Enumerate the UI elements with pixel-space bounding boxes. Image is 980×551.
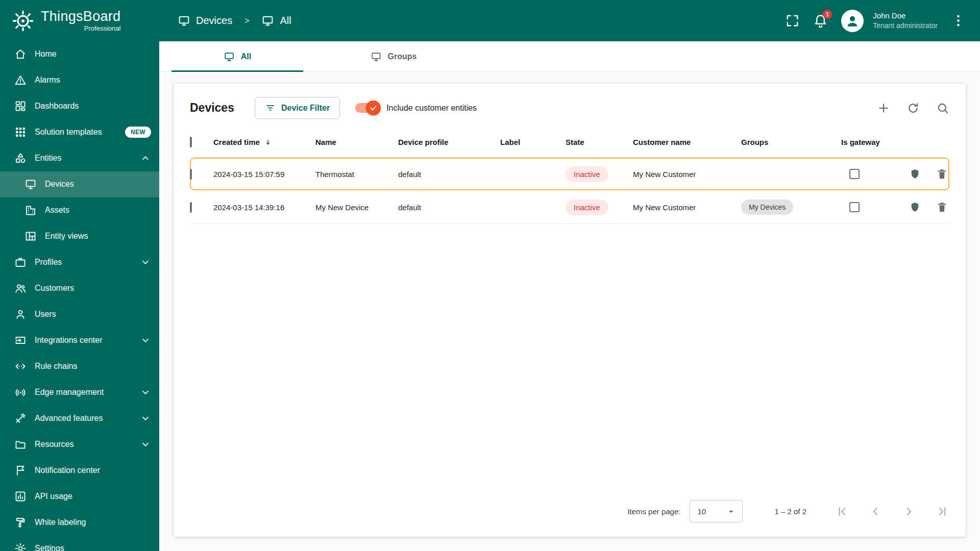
sidebar-item-rule-chains[interactable]: Rule chains bbox=[0, 354, 159, 380]
column-header-is-gateway[interactable]: Is gateway bbox=[841, 138, 909, 146]
first-page-button[interactable] bbox=[836, 505, 849, 518]
sidebar-item-solution-templates[interactable]: Solution templates NEW bbox=[0, 119, 159, 145]
trash-icon bbox=[936, 201, 948, 214]
devices-table: Created time Name Device profile Label S… bbox=[174, 127, 966, 224]
chevron-down-icon bbox=[140, 335, 151, 346]
sidebar-item-entity-views[interactable]: Entity views bbox=[0, 223, 159, 249]
brand-edition: Professional bbox=[84, 24, 121, 32]
sidebar-item-settings[interactable]: Settings bbox=[0, 536, 159, 551]
profiles-icon bbox=[14, 256, 27, 268]
sidebar-item-integrations-center[interactable]: Integrations center bbox=[0, 328, 159, 354]
sidebar-item-users[interactable]: Users bbox=[0, 302, 159, 328]
new-badge: NEW bbox=[125, 127, 151, 138]
items-per-page-select[interactable]: 10 bbox=[690, 500, 743, 522]
cell-customer-name: My New Customer bbox=[633, 203, 741, 212]
row-checkbox[interactable] bbox=[190, 169, 192, 180]
sidebar-item-notification-center[interactable]: Notification center bbox=[0, 458, 159, 484]
sidebar-item-home[interactable]: Home bbox=[0, 41, 159, 67]
sidebar-item-advanced-features[interactable]: Advanced features bbox=[0, 406, 159, 432]
chevron-left-icon bbox=[869, 505, 882, 518]
customers-icon bbox=[14, 282, 27, 294]
tab-all[interactable]: All bbox=[159, 41, 315, 72]
devices-icon bbox=[24, 178, 37, 190]
security-button[interactable] bbox=[909, 168, 921, 181]
chevron-down-icon bbox=[726, 507, 736, 516]
sidebar-item-profiles[interactable]: Profiles bbox=[0, 249, 159, 276]
sidebar-item-dashboards[interactable]: Dashboards bbox=[0, 93, 159, 119]
last-page-button[interactable] bbox=[936, 505, 948, 518]
devices-card: Devices Device Filter Include customer e… bbox=[174, 84, 966, 537]
last-page-icon bbox=[936, 505, 948, 518]
is-gateway-checkbox[interactable] bbox=[849, 169, 860, 179]
sidebar-item-resources[interactable]: Resources bbox=[0, 432, 159, 458]
resources-icon bbox=[14, 438, 27, 450]
column-header-device-profile[interactable]: Device profile bbox=[398, 138, 500, 146]
table-row[interactable]: 2024-03-15 15:07:59 Thermostat default I… bbox=[190, 158, 949, 191]
solution-templates-icon bbox=[14, 126, 27, 138]
fullscreen-button[interactable] bbox=[785, 13, 800, 28]
shield-icon bbox=[909, 201, 921, 214]
devices-icon bbox=[261, 14, 274, 27]
cell-name: Thermostat bbox=[315, 170, 398, 179]
sidebar-item-api-usage[interactable]: API usage bbox=[0, 484, 159, 510]
column-header-state[interactable]: State bbox=[566, 138, 633, 146]
column-header-name[interactable]: Name bbox=[315, 138, 398, 146]
sidebar-item-customers[interactable]: Customers bbox=[0, 276, 159, 302]
sidebar-item-label: Assets bbox=[45, 206, 69, 215]
breadcrumb: Devices > All bbox=[178, 14, 291, 27]
plus-icon bbox=[877, 102, 890, 115]
app-root: ThingsBoard Professional Home Alarms Das… bbox=[0, 0, 980, 551]
chevron-right-icon bbox=[902, 505, 915, 518]
tab-groups[interactable]: Groups bbox=[315, 41, 472, 72]
sidebar-item-assets[interactable]: Assets bbox=[0, 197, 159, 223]
trash-icon bbox=[936, 168, 948, 181]
toggle-thumb bbox=[366, 101, 381, 115]
pagination-bar: Items per page: 10 1 – 2 of 2 bbox=[174, 493, 966, 537]
cell-customer-name: My New Customer bbox=[633, 170, 741, 179]
next-page-button[interactable] bbox=[902, 505, 915, 518]
devices-icon bbox=[224, 51, 235, 62]
notification-center-icon bbox=[14, 464, 27, 477]
brand-name: ThingsBoard bbox=[41, 9, 120, 23]
column-header-label[interactable]: Label bbox=[500, 138, 566, 146]
sidebar-item-label: Alarms bbox=[35, 76, 60, 85]
white-labeling-icon bbox=[14, 516, 27, 529]
is-gateway-checkbox[interactable] bbox=[849, 202, 860, 212]
table-row[interactable]: 2024-03-15 14:39:16 My New Device defaul… bbox=[190, 191, 949, 224]
toggle-label: Include customer entities bbox=[386, 104, 477, 113]
notifications-button[interactable]: 1 bbox=[813, 13, 828, 28]
sidebar-item-edge-management[interactable]: Edge management bbox=[0, 380, 159, 406]
search-button[interactable] bbox=[936, 102, 949, 115]
security-button[interactable] bbox=[909, 201, 921, 214]
select-all-checkbox[interactable] bbox=[190, 137, 192, 147]
add-device-button[interactable] bbox=[877, 102, 890, 115]
previous-page-button[interactable] bbox=[869, 505, 882, 518]
chevron-down-icon bbox=[140, 439, 151, 450]
sidebar-item-entities[interactable]: Entities bbox=[0, 145, 159, 171]
user-role: Tenant administrator bbox=[873, 21, 938, 31]
breadcrumb-devices[interactable]: Devices bbox=[178, 14, 232, 27]
check-icon bbox=[370, 104, 377, 112]
column-header-groups[interactable]: Groups bbox=[741, 138, 841, 146]
main-area: Devices > All 1 bbox=[159, 0, 980, 551]
device-filter-label: Device Filter bbox=[281, 104, 330, 113]
sidebar-item-label: Profiles bbox=[35, 258, 62, 267]
sidebar-item-devices[interactable]: Devices bbox=[0, 171, 159, 197]
sidebar: ThingsBoard Professional Home Alarms Das… bbox=[0, 0, 159, 551]
more-menu-button[interactable] bbox=[951, 13, 966, 28]
sidebar-item-label: Resources bbox=[35, 440, 74, 449]
breadcrumb-all[interactable]: All bbox=[261, 14, 291, 27]
user-avatar[interactable] bbox=[841, 10, 864, 32]
delete-button[interactable] bbox=[936, 201, 948, 214]
refresh-button[interactable] bbox=[906, 102, 920, 115]
sidebar-item-alarms[interactable]: Alarms bbox=[0, 67, 159, 93]
refresh-icon bbox=[906, 102, 920, 115]
row-checkbox[interactable] bbox=[190, 202, 192, 213]
chevron-down-icon bbox=[140, 257, 151, 268]
include-customer-toggle[interactable] bbox=[355, 103, 379, 113]
device-filter-button[interactable]: Device Filter bbox=[255, 97, 340, 119]
sidebar-item-white-labeling[interactable]: White labeling bbox=[0, 510, 159, 536]
column-header-created-time[interactable]: Created time bbox=[213, 138, 315, 147]
column-header-customer-name[interactable]: Customer name bbox=[633, 138, 741, 146]
delete-button[interactable] bbox=[936, 168, 948, 181]
